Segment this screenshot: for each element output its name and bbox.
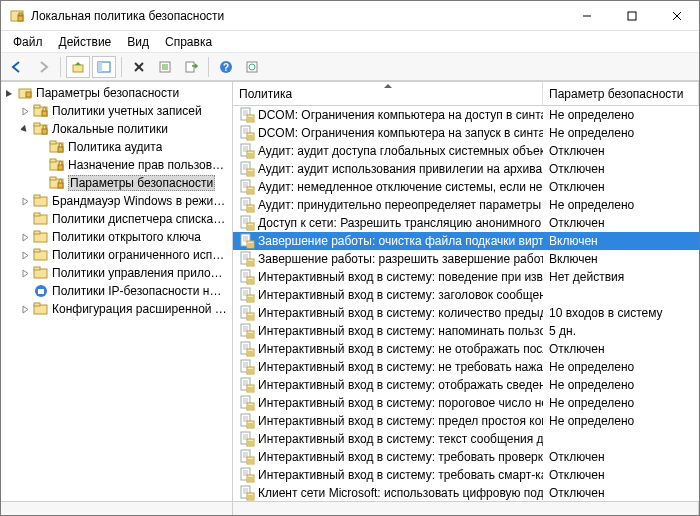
tree-item[interactable]: Локальные политики [1, 120, 232, 138]
policy-text: Интерактивный вход в систему: требовать … [258, 450, 543, 464]
tree-pane[interactable]: Параметры безопасности Политики учетных … [1, 82, 233, 501]
tree-item[interactable]: Конфигурация расширенной полит [1, 300, 232, 318]
value-cell: Отключен [543, 450, 699, 464]
svg-rect-16 [186, 62, 194, 72]
policy-cell: DCOM: Ограничения компьютера на запуск в… [233, 125, 543, 141]
list-row[interactable]: Аудит: аудит доступа глобальных системны… [233, 142, 699, 160]
value-cell: Включен [543, 252, 699, 266]
expander-icon[interactable] [19, 123, 31, 135]
list-row[interactable]: Аудит: принудительно переопределяет пара… [233, 196, 699, 214]
delete-button[interactable] [127, 56, 151, 78]
expander-icon[interactable] [3, 87, 15, 99]
properties-button[interactable] [153, 56, 177, 78]
tree-item[interactable]: Политики открытого ключа [1, 228, 232, 246]
svg-rect-36 [50, 177, 56, 180]
list-row[interactable]: Завершение работы: разрешить завершение … [233, 250, 699, 268]
help-button[interactable]: ? [214, 56, 238, 78]
expander-icon[interactable] [19, 105, 31, 117]
value-cell: Отключен [543, 144, 699, 158]
tree-label: Политики диспетчера списка сетей [52, 212, 228, 226]
menu-action[interactable]: Действие [51, 33, 120, 51]
tree-label: Политики учетных записей [52, 104, 202, 118]
policy-text: Аудит: аудит использования привилегии на… [258, 162, 543, 176]
column-value[interactable]: Параметр безопасности [543, 82, 699, 105]
maximize-button[interactable] [609, 1, 654, 30]
expander-icon[interactable] [35, 141, 47, 153]
list-row[interactable]: Интерактивный вход в систему: требовать … [233, 448, 699, 466]
up-button[interactable] [66, 56, 90, 78]
svg-rect-33 [50, 159, 56, 162]
list-row[interactable]: Интерактивный вход в систему: поведение … [233, 268, 699, 286]
folder-icon [33, 247, 49, 263]
list-row[interactable]: Интерактивный вход в систему: отображать… [233, 376, 699, 394]
toolbar-separator [60, 57, 61, 77]
tree-label: Локальные политики [52, 122, 168, 136]
value-cell: Нет действия [543, 270, 699, 284]
column-policy[interactable]: Политика [233, 82, 543, 105]
policy-cell: Интерактивный вход в систему: предел про… [233, 413, 543, 429]
list-row[interactable]: Доступ к сети: Разрешить трансляцию анон… [233, 214, 699, 232]
svg-rect-43 [34, 231, 40, 234]
list-header: Политика Параметр безопасности [233, 82, 699, 106]
list-row[interactable]: Интерактивный вход в систему: не требова… [233, 358, 699, 376]
list-row[interactable]: Завершение работы: очистка файла подкачк… [233, 232, 699, 250]
tree-item[interactable]: Политики управления приложения [1, 264, 232, 282]
tree-item[interactable]: Политики учетных записей [1, 102, 232, 120]
svg-rect-49 [38, 289, 44, 294]
list-row[interactable]: Интерактивный вход в систему: не отображ… [233, 340, 699, 358]
tree-root[interactable]: Параметры безопасности [1, 84, 232, 102]
tree-item[interactable]: Политики ограниченного использов [1, 246, 232, 264]
close-button[interactable] [654, 1, 699, 30]
svg-rect-30 [50, 141, 56, 144]
svg-rect-25 [42, 111, 47, 116]
expander-icon[interactable] [19, 285, 31, 297]
tree-item[interactable]: Назначение прав пользователя [1, 156, 232, 174]
menu-help[interactable]: Справка [157, 33, 220, 51]
expander-icon[interactable] [19, 249, 31, 261]
menu-file[interactable]: Файл [5, 33, 51, 51]
list-row[interactable]: Интерактивный вход в систему: заголовок … [233, 286, 699, 304]
list-row[interactable]: Аудит: аудит использования привилегии на… [233, 160, 699, 178]
expander-icon[interactable] [19, 303, 31, 315]
expander-icon[interactable] [19, 267, 31, 279]
tree-item[interactable]: Параметры безопасности [1, 174, 232, 192]
list-body[interactable]: DCOM: Ограничения компьютера на доступ в… [233, 106, 699, 501]
list-row[interactable]: Интерактивный вход в систему: пороговое … [233, 394, 699, 412]
back-button[interactable] [5, 56, 29, 78]
list-row[interactable]: DCOM: Ограничения компьютера на доступ в… [233, 106, 699, 124]
svg-rect-37 [58, 183, 63, 188]
list-row[interactable]: Клиент сети Microsoft: использовать цифр… [233, 484, 699, 501]
show-hide-tree-button[interactable] [92, 56, 116, 78]
forward-button[interactable] [31, 56, 55, 78]
list-row[interactable]: DCOM: Ограничения компьютера на запуск в… [233, 124, 699, 142]
menu-view[interactable]: Вид [119, 33, 157, 51]
policy-text: DCOM: Ограничения компьютера на запуск в… [258, 126, 543, 140]
list-row[interactable]: Интерактивный вход в систему: количество… [233, 304, 699, 322]
tree-item[interactable]: Политики IP-безопасности на "Лок [1, 282, 232, 300]
expander-icon[interactable] [35, 177, 47, 189]
expander-icon[interactable] [19, 231, 31, 243]
expander-icon[interactable] [35, 159, 47, 171]
list-row[interactable]: Аудит: немедленное отключение системы, е… [233, 178, 699, 196]
list-row[interactable]: Интерактивный вход в систему: требовать … [233, 466, 699, 484]
policy-cell: Завершение работы: разрешить завершение … [233, 251, 543, 267]
expander-icon[interactable] [19, 195, 31, 207]
list-row[interactable]: Интерактивный вход в систему: предел про… [233, 412, 699, 430]
tree-item[interactable]: Брандмауэр Windows в режиме повы [1, 192, 232, 210]
svg-rect-27 [34, 123, 40, 126]
minimize-button[interactable] [564, 1, 609, 30]
tree-label: Брандмауэр Windows в режиме повы [52, 194, 228, 208]
list-row[interactable]: Интерактивный вход в систему: текст сооб… [233, 430, 699, 448]
policy-text: Интерактивный вход в систему: заголовок … [258, 288, 543, 302]
policy-text: Интерактивный вход в систему: требовать … [258, 468, 543, 482]
tree-item[interactable]: Политики диспетчера списка сетей [1, 210, 232, 228]
export-button[interactable] [179, 56, 203, 78]
list-row[interactable]: Интерактивный вход в систему: напоминать… [233, 322, 699, 340]
expander-icon[interactable] [19, 213, 31, 225]
svg-rect-31 [58, 147, 63, 152]
policy-text: Завершение работы: разрешить завершение … [258, 252, 543, 266]
toolbar-separator [208, 57, 209, 77]
refresh-button[interactable] [240, 56, 264, 78]
svg-rect-47 [34, 267, 40, 270]
tree-item[interactable]: Политика аудита [1, 138, 232, 156]
